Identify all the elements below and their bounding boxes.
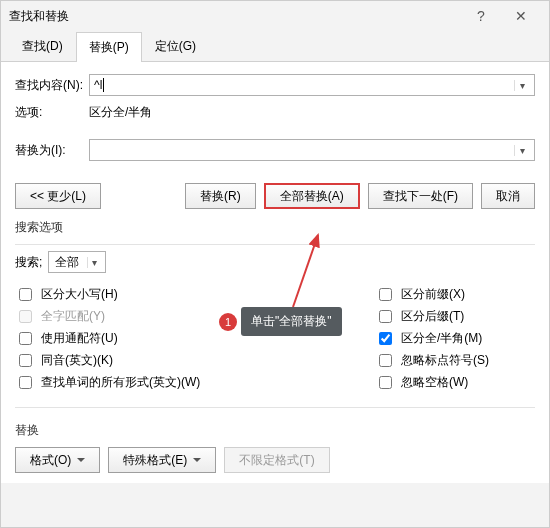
- tabstrip: 查找(D) 替换(P) 定位(G): [1, 31, 549, 62]
- replace-label: 替换为(I):: [15, 142, 89, 159]
- close-icon[interactable]: ✕: [501, 8, 541, 24]
- annotation-text: 单击"全部替换": [241, 307, 342, 336]
- chk-space[interactable]: 忽略空格(W): [375, 371, 535, 393]
- chevron-down-icon[interactable]: ▾: [87, 257, 101, 268]
- format-button[interactable]: 格式(O): [15, 447, 100, 473]
- search-scope-value: 全部: [55, 254, 79, 271]
- tab-goto[interactable]: 定位(G): [142, 31, 209, 61]
- find-next-button[interactable]: 查找下一处(F): [368, 183, 473, 209]
- chk-allforms-box[interactable]: [19, 376, 32, 389]
- no-format-button: 不限定格式(T): [224, 447, 329, 473]
- replace-button[interactable]: 替换(R): [185, 183, 256, 209]
- chk-homophone-box[interactable]: [19, 354, 32, 367]
- chk-case-box[interactable]: [19, 288, 32, 301]
- chk-space-box[interactable]: [379, 376, 392, 389]
- chk-punct-box[interactable]: [379, 354, 392, 367]
- special-format-button[interactable]: 特殊格式(E): [108, 447, 216, 473]
- chk-case[interactable]: 区分大小写(H): [15, 283, 375, 305]
- options-value: 区分全/半角: [89, 104, 152, 121]
- chk-wildcard-box[interactable]: [19, 332, 32, 345]
- chk-width-box[interactable]: [379, 332, 392, 345]
- chk-prefix-box[interactable]: [379, 288, 392, 301]
- chevron-down-icon[interactable]: ▾: [514, 80, 530, 91]
- replace-all-button[interactable]: 全部替换(A): [264, 183, 360, 209]
- chk-wholeword-box: [19, 310, 32, 323]
- window-title: 查找和替换: [9, 8, 461, 25]
- less-button[interactable]: << 更少(L): [15, 183, 101, 209]
- chk-width[interactable]: 区分全/半角(M): [375, 327, 535, 349]
- find-input-value: ^l: [94, 78, 514, 93]
- find-label: 查找内容(N):: [15, 77, 89, 94]
- chk-prefix[interactable]: 区分前缀(X): [375, 283, 535, 305]
- chevron-down-icon[interactable]: ▾: [514, 145, 530, 156]
- tab-replace[interactable]: 替换(P): [76, 32, 142, 62]
- replace-section-title: 替换: [15, 422, 535, 439]
- titlebar: 查找和替换 ? ✕: [1, 1, 549, 31]
- help-icon[interactable]: ?: [461, 8, 501, 24]
- annotation: 1 单击"全部替换": [219, 307, 342, 336]
- annotation-number: 1: [219, 313, 237, 331]
- cancel-button[interactable]: 取消: [481, 183, 535, 209]
- chk-allforms[interactable]: 查找单词的所有形式(英文)(W): [15, 371, 375, 393]
- replace-input[interactable]: ▾: [89, 139, 535, 161]
- search-scope-label: 搜索;: [15, 254, 42, 271]
- search-options-title: 搜索选项: [15, 219, 535, 236]
- divider: [15, 244, 535, 245]
- tab-find[interactable]: 查找(D): [9, 31, 76, 61]
- chk-homophone[interactable]: 同音(英文)(K): [15, 349, 375, 371]
- search-scope-select[interactable]: 全部 ▾: [48, 251, 106, 273]
- options-label: 选项:: [15, 104, 89, 121]
- chk-suffix[interactable]: 区分后缀(T): [375, 305, 535, 327]
- chk-punct[interactable]: 忽略标点符号(S): [375, 349, 535, 371]
- chk-suffix-box[interactable]: [379, 310, 392, 323]
- find-input[interactable]: ^l ▾: [89, 74, 535, 96]
